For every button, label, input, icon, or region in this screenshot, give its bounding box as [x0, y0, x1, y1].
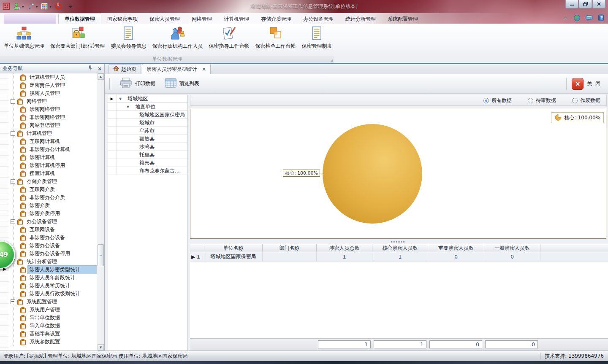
globe-icon[interactable]	[573, 14, 581, 23]
ribbon-tab[interactable]: 办公设备管理	[297, 13, 339, 24]
ribbon-button[interactable]: 保密行政机构工作人员	[149, 24, 206, 55]
nav-tree-item[interactable]: 涉密办公设备停用	[9, 250, 97, 258]
nav-tree-item[interactable]: 非涉密办公设备	[9, 234, 97, 242]
splitter-handle[interactable]	[190, 240, 606, 244]
ribbon-tab[interactable]: 统计分析管理	[339, 13, 382, 24]
radio-icon[interactable]	[528, 98, 533, 103]
minimize-button[interactable]	[565, 0, 578, 8]
grid-cell[interactable]: 0	[484, 252, 540, 261]
document-tab[interactable]: 起始页	[109, 64, 141, 74]
nav-tree-item[interactable]: 统计分析管理	[9, 258, 97, 266]
collapse-icon[interactable]	[11, 219, 15, 224]
close-panel-icon[interactable]: ×	[98, 66, 102, 72]
nav-tree-item[interactable]: 非涉密办公介质	[9, 194, 97, 202]
filter-radio-option[interactable]: 作废数据	[572, 97, 600, 104]
scroll-up-icon[interactable]: ▲	[98, 73, 104, 80]
org-tree-row[interactable]: 沙湾县	[108, 143, 187, 151]
close-window-button[interactable]	[592, 0, 605, 8]
nav-tree-item[interactable]: 计算机管理	[9, 129, 97, 138]
ribbon-tab[interactable]: 存储介质管理	[255, 13, 297, 24]
nav-tree-item[interactable]: 网站登记管理	[9, 121, 97, 129]
org-tree-row[interactable]: ▶▼塔城地区	[108, 95, 187, 103]
filter-radio-option[interactable]: 待审数据	[528, 97, 556, 104]
pie-slice[interactable]	[323, 124, 422, 224]
ribbon-tab[interactable]: 国家秘密事项	[101, 13, 144, 24]
grid-cell[interactable]: 塔城地区国家保密局	[204, 252, 263, 261]
ribbon-button[interactable]: 单位基础信息管理	[1, 24, 47, 55]
nav-tree-item[interactable]: 涉密计算机	[9, 154, 97, 162]
ribbon-tab[interactable]: 系统配置管理	[382, 13, 424, 24]
filter-radio-selected[interactable]: 所有数据	[483, 97, 512, 104]
grid-header-cell[interactable]: 部门名称	[263, 244, 317, 252]
nav-tree-item[interactable]: 涉密人员涉密类型统计	[9, 266, 97, 274]
grid-cell[interactable]	[263, 252, 317, 261]
close-tab-button-icon[interactable]: ×	[572, 78, 584, 90]
grid-header-cell[interactable]: 单位名称	[204, 244, 263, 252]
restore-button[interactable]	[579, 0, 592, 8]
close-tab-label[interactable]: 关 闭	[587, 80, 601, 87]
grid-indicator-header[interactable]	[190, 244, 204, 252]
org-tree-row[interactable]: 乌苏市	[108, 127, 187, 135]
scroll-thumb[interactable]: ≡	[98, 244, 104, 266]
collapse-icon[interactable]	[11, 179, 15, 184]
collapse-icon[interactable]	[11, 299, 15, 304]
grid-cell[interactable]: 0	[428, 252, 484, 261]
org-tree-row[interactable]: 塔城地区国家保密局	[108, 111, 187, 119]
grid-header-cell[interactable]: 一般涉密人员数	[484, 244, 540, 252]
ribbon-tab[interactable]: 计算机管理	[218, 13, 255, 24]
nav-tree-item[interactable]: 涉密人员行政级别统计	[9, 290, 97, 298]
nav-tree-item[interactable]: 涉密网络管理	[9, 105, 97, 113]
nav-tree-item[interactable]: 计算机管理人员	[9, 73, 97, 81]
tools-menu-icon[interactable]: ▼	[26, 2, 39, 11]
nav-tree-item[interactable]: 系统配置管理	[9, 298, 97, 306]
close-tab-icon[interactable]: ×	[202, 66, 206, 72]
grid-data-row[interactable]: ▶ 1塔城地区国家保密局1100	[190, 252, 608, 262]
nav-tree-item[interactable]: 涉密计算机停用	[9, 162, 97, 170]
nav-tree-item[interactable]: 办公设备管理	[9, 218, 97, 226]
nav-tree-item[interactable]: 涉密办公设备	[9, 242, 97, 250]
ribbon-tab[interactable]: 保密人员管理	[144, 13, 186, 24]
org-tree-row[interactable]: 托里县	[108, 151, 187, 159]
radio-icon[interactable]	[572, 98, 578, 103]
org-tree-row[interactable]: 塔城市	[108, 119, 187, 127]
ribbon-button[interactable]: 保密检查工作台帐	[252, 24, 299, 55]
power-icon[interactable]	[54, 2, 63, 11]
nav-tree-item[interactable]: 摆渡计算机	[9, 170, 97, 178]
nav-scrollbar[interactable]: ▲ ≡ ▼	[97, 73, 104, 351]
nav-tree-item[interactable]: 互联网计算机	[9, 138, 97, 146]
grid-header-cell[interactable]: 涉密人员总数	[317, 244, 372, 252]
ribbon-button[interactable]: 保密要害部门(部位)管理	[47, 24, 108, 55]
nav-tree-item[interactable]: 非涉密办公计算机	[9, 146, 97, 154]
nav-tree-item[interactable]: 系统参数配置	[9, 338, 97, 346]
user-menu-icon[interactable]: ▼	[12, 2, 25, 11]
collapse-icon[interactable]	[11, 131, 15, 136]
ribbon-button[interactable]: 保密管理制度	[299, 24, 335, 55]
nav-tree-item[interactable]: 互联网介质	[9, 186, 97, 194]
collapse-ribbon-icon[interactable]	[562, 16, 568, 22]
nav-tree-item[interactable]: 互联网设备	[9, 226, 97, 234]
feedback-icon[interactable]	[586, 15, 593, 23]
app-seal-icon[interactable]	[2, 2, 11, 11]
ribbon-button[interactable]: 委员会领导信息	[108, 24, 149, 55]
nav-tree-item[interactable]: 网络管理	[9, 97, 97, 105]
ribbon-tab[interactable]: 单位数据管理	[58, 13, 101, 24]
nav-tree-item[interactable]: 非涉密网络管理	[9, 113, 97, 121]
preview-list-button[interactable]: 预览列表	[161, 76, 203, 91]
ribbon-tab[interactable]: 网络管理	[186, 13, 218, 24]
scroll-down-icon[interactable]: ▼	[98, 344, 104, 351]
print-data-button[interactable]: 打印数据	[116, 76, 159, 92]
application-menu-button[interactable]	[3, 14, 57, 24]
grid-header-cell[interactable]: 重要涉密人员数	[428, 244, 484, 252]
pin-icon[interactable]	[88, 65, 92, 72]
nav-tree-item[interactable]: 导出单位数据	[9, 314, 97, 322]
org-tree-row[interactable]: 裕民县	[108, 159, 187, 167]
palette-menu-icon[interactable]: ▼	[40, 2, 52, 11]
nav-tree-item[interactable]: 涉密介质	[9, 202, 97, 210]
org-tree-row[interactable]: 和布克赛尔蒙古...	[108, 167, 187, 175]
radio-icon[interactable]	[483, 98, 489, 103]
grid-cell[interactable]: 1	[372, 252, 428, 261]
ribbon-button[interactable]: 保密指导工作台帐	[206, 24, 252, 55]
grid-cell[interactable]: 1	[317, 252, 372, 261]
org-tree-row[interactable]: 额敏县	[108, 135, 187, 143]
expand-arrow-icon[interactable]: ▼	[119, 97, 122, 101]
